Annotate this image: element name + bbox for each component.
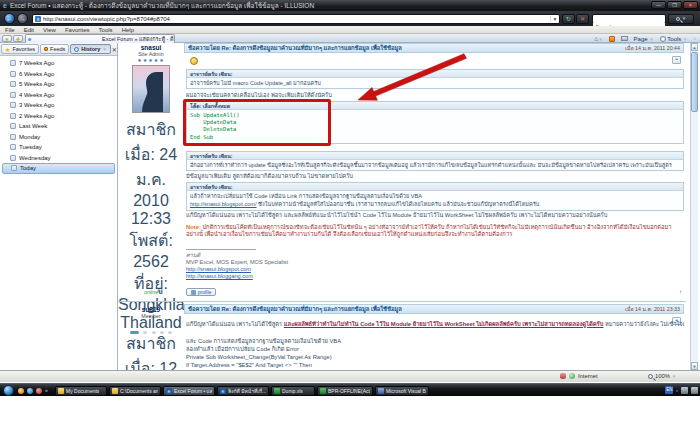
search-box[interactable] [592, 14, 666, 24]
online-status: online [144, 289, 158, 295]
history-item[interactable]: Wednesday [2, 153, 115, 164]
post-line: ลองทำแล้ว เมื่อมีการเปลี่ยน Code ก็เกิด … [186, 346, 684, 353]
home-icon[interactable]: ⌂▼ [594, 35, 602, 42]
tab-favorites[interactable]: ★Favorites [1, 44, 39, 54]
scroll-down-icon[interactable]: ▼ [691, 362, 698, 370]
quote-author: อาจารย์ครับ เขียน: [187, 183, 683, 191]
favorites-center-button[interactable]: ★ [2, 35, 12, 42]
quote-text-link-line: http://snasui.blogspot.com/ ซึ่งในบทความ… [187, 201, 683, 210]
menu-file[interactable]: File [5, 27, 15, 33]
quote-text: อีกอย่างการที่เราทำการ update ข้อมูลซึ่ง… [187, 160, 683, 170]
search-button[interactable]: ▼ [668, 14, 694, 24]
signature: ศานติ MVP Excel, MOS Expert, MOS Special… [186, 249, 684, 280]
post-date: เมื่อ 14 ม.ค. 2011 23:33 [625, 305, 680, 313]
quick-launch-overflow-icon[interactable]: » [45, 387, 48, 393]
tray-chevron-icon[interactable]: ‹ [676, 387, 678, 393]
history-item[interactable]: Monday [2, 132, 115, 143]
post-paragraph: มีข้อมูลมาเพิ่มเติม สูตรที่ต้องมาก็ต้องม… [186, 173, 684, 180]
maximize-button[interactable]: ❐ [667, 1, 682, 9]
stop-button[interactable]: ✕ [576, 14, 589, 24]
signature-link[interactable]: http://snasui.blogspot.com [186, 266, 684, 273]
author-username[interactable]: snasui [118, 44, 184, 51]
taskbar-button-my-documents[interactable]: My Documents [55, 386, 107, 396]
url-input[interactable] [43, 15, 550, 23]
star-icon: ★ [5, 46, 10, 53]
add-favorite-button[interactable]: ✚ [13, 35, 23, 42]
quick-launch-icon[interactable] [18, 388, 24, 394]
favorites-center-header: ★Favorites Feeds History▼ ✕ [0, 43, 117, 56]
desktop-screen: eExcel Forum • แสดงกระทู้ - ต้องการดึงข้… [0, 0, 700, 426]
ie-icon: e [166, 388, 172, 394]
history-item[interactable]: 3 Weeks Ago [2, 100, 115, 111]
zoom-control[interactable]: 100% ▼ [648, 373, 676, 379]
gear-icon [660, 36, 666, 42]
close-button[interactable]: × [683, 1, 698, 9]
page-menu-button[interactable]: Page ▼ [634, 36, 654, 42]
refresh-button[interactable]: ↻ [562, 14, 575, 24]
taskbar-button-vba-editor[interactable]: Microsoft Visual Bas... [375, 386, 429, 396]
tools-menu-button[interactable]: Tools ▼ [660, 36, 688, 42]
language-indicator[interactable]: EN [665, 386, 673, 394]
calendar-icon [10, 123, 16, 129]
tray-icon[interactable] [681, 387, 688, 394]
browser-tab[interactable]: e Excel Forum » แสดงกระทู้ - ต้องการดึงข… [25, 34, 175, 43]
tray-icon[interactable] [691, 387, 698, 394]
taskbar-button-bpr-offline[interactable]: BPR-OFFLINE(Actua... [317, 386, 373, 396]
quick-launch-icon[interactable] [36, 388, 42, 394]
ie-logo-icon: e [3, 2, 7, 9]
taskbar-button-dump-xls[interactable]: Dump.xls [271, 386, 315, 396]
menu-favorites[interactable]: Favorites [65, 27, 90, 33]
blogspot-link[interactable]: http://snasui.blogspot.com/ [190, 201, 257, 207]
signature-link[interactable]: http://snasui.bloggang.com [186, 273, 684, 280]
back-button[interactable]: ← [4, 13, 15, 24]
post-subject[interactable]: ข้อความโดย Re: ต้องการดึงข้อมูลมาคำนวณที… [188, 304, 402, 314]
taskbar-button-excel-forum[interactable]: eExcel Forum • แสด... [163, 386, 215, 396]
taskbar-button-explorer[interactable]: C:\Documents and ... [109, 386, 161, 396]
history-list: 7 Weeks Ago 6 Weeks Ago 5 Weeks Ago 4 We… [2, 58, 115, 174]
quote-author: อาจารย์ครับ เขียน: [187, 152, 683, 160]
folder-icon [112, 388, 118, 394]
menu-tools[interactable]: Tools [99, 27, 113, 33]
back-to-top-link[interactable]: ↑ [679, 289, 682, 295]
close-panel-icon[interactable]: ✕ [112, 46, 117, 53]
history-item[interactable]: Last Week [2, 121, 115, 132]
note-label: Note: [186, 224, 201, 230]
history-item-today[interactable]: Today [2, 163, 115, 174]
quote-text: แล้วถ้าหากจะเปลี่ยนมาใช้ Code เหมือน Lin… [187, 191, 683, 201]
menu-help[interactable]: Help [122, 27, 134, 33]
quote-post-button[interactable]: ❝ [672, 56, 681, 64]
excel-icon [274, 388, 280, 394]
post-paragraph: แก้ปัญหาได้แน่นอน เพราะไม่ได้ใช้สูตร และ… [186, 321, 684, 328]
history-item[interactable]: Tuesday [2, 142, 115, 153]
tab-history[interactable]: History▼ [70, 44, 110, 54]
minimize-button[interactable]: — [651, 1, 666, 9]
history-item[interactable]: 6 Weeks Ago [2, 69, 115, 80]
tab-feeds[interactable]: Feeds [40, 44, 69, 54]
security-zone-icon [569, 373, 575, 379]
zone-label: Internet [578, 373, 598, 379]
quoted-phrase-link[interactable]: และผลลัพธ์ที่ว่าทำใน/ไม่ทำใน Code ไว้ใน … [284, 321, 604, 327]
profile-icon [191, 290, 196, 295]
scroll-up-icon[interactable]: ▲ [691, 43, 698, 51]
scrollbar-thumb[interactable] [691, 52, 698, 112]
address-dropdown-icon[interactable]: ▼ [550, 16, 559, 22]
menu-edit[interactable]: Edit [24, 27, 34, 33]
vertical-scrollbar[interactable]: ▲ ▼ [690, 43, 698, 370]
author-username[interactable]: su819 [118, 306, 184, 313]
quick-launch-icon[interactable] [27, 388, 33, 394]
profile-button[interactable]: profile [186, 288, 216, 296]
menu-view[interactable]: View [43, 27, 56, 33]
feeds-icon[interactable] [609, 36, 615, 42]
history-item[interactable]: 2 Weeks Ago [2, 111, 115, 122]
address-bar[interactable]: s ▼ [32, 14, 560, 24]
quote-block: อาจารย์ครับ เขียน: อีกอย่างการที่เราทำกา… [186, 151, 684, 171]
history-item[interactable]: 7 Weeks Ago [2, 58, 115, 69]
start-button[interactable] [3, 385, 14, 396]
forward-button[interactable]: → [17, 13, 28, 24]
command-overflow-chevron-icon[interactable]: » [693, 36, 696, 41]
history-item[interactable]: 4 Weeks Ago [2, 90, 115, 101]
history-item[interactable]: 5 Weeks Ago [2, 79, 115, 90]
search-options-dropdown-icon[interactable]: ▼ [682, 16, 686, 21]
taskbar-button-ie-window[interactable]: eลิงก์ที่ มีหน้าที่เกี่... [217, 386, 269, 396]
print-icon[interactable] [621, 36, 628, 41]
